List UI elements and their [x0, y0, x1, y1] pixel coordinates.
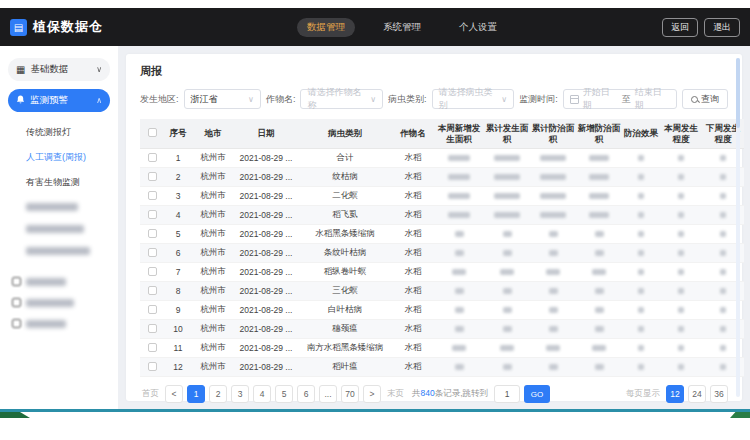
- select-all-checkbox[interactable]: [148, 128, 157, 137]
- pest-filter-label: 病虫类别:: [388, 93, 427, 106]
- sidebar-subitem-redacted[interactable]: [8, 239, 110, 261]
- page-size-36[interactable]: 36: [710, 385, 728, 403]
- cell-no: 7: [164, 263, 192, 282]
- page-size-12[interactable]: 12: [666, 385, 684, 403]
- redacted-number: [720, 193, 726, 199]
- cell-value-redacted: [434, 149, 484, 168]
- cell-value-redacted: [434, 225, 484, 244]
- back-button[interactable]: 返回: [662, 18, 698, 37]
- redacted-number: [638, 193, 644, 199]
- cell-value-redacted: [622, 263, 660, 282]
- region-select[interactable]: 浙江省 ∨: [184, 89, 261, 109]
- row-select-cell: [140, 320, 164, 339]
- top-actions: 返回 退出: [662, 18, 740, 37]
- row-select-cell: [140, 301, 164, 320]
- top-tab-数据管理[interactable]: 数据管理: [297, 18, 355, 37]
- crop-select[interactable]: 请选择作物名称 ∨: [300, 89, 383, 109]
- cell-no: 3: [164, 187, 192, 206]
- row-checkbox[interactable]: [148, 172, 157, 181]
- app-logo: ▤ 植保数据仓: [10, 18, 103, 36]
- search-button[interactable]: 查询: [682, 89, 728, 109]
- pagination-first[interactable]: 首页: [142, 388, 159, 400]
- redacted-number: [720, 269, 726, 275]
- app-logo-icon: ▤: [10, 19, 27, 36]
- row-select-cell: [140, 187, 164, 206]
- table-row: 4杭州市2021-08-29 ...稻飞虱水稻: [140, 206, 744, 225]
- crop-filter-label: 作物名:: [266, 93, 296, 106]
- sidebar-item-basic-data[interactable]: ▦ 基础数据 ∨: [8, 58, 110, 81]
- pagination-page-...[interactable]: ...: [319, 385, 337, 403]
- redacted-number: [592, 269, 606, 275]
- scrollbar-thumb[interactable]: [736, 58, 740, 128]
- pagination-prev-button[interactable]: <: [165, 385, 183, 403]
- sidebar-subitem[interactable]: 有害生物监测: [8, 170, 110, 195]
- sidebar-subitem-redacted[interactable]: [8, 195, 110, 217]
- pagination-page-4[interactable]: 4: [253, 385, 271, 403]
- region-filter-label: 发生地区:: [140, 93, 179, 106]
- sidebar-subitem[interactable]: 传统测报灯: [8, 120, 110, 145]
- row-checkbox[interactable]: [148, 343, 157, 352]
- cell-city: 杭州市: [192, 149, 234, 168]
- sidebar-item-redacted[interactable]: [8, 313, 110, 334]
- row-checkbox[interactable]: [148, 267, 157, 276]
- sidebar-item-monitor-warning[interactable]: 监测预警 ∧: [8, 89, 110, 112]
- redacted-text: [26, 278, 66, 286]
- sidebar-subitem-redacted[interactable]: [8, 217, 110, 239]
- cell-pest: 纹枯病: [298, 168, 392, 187]
- row-checkbox[interactable]: [148, 324, 157, 333]
- page-size-24[interactable]: 24: [688, 385, 706, 403]
- pagination-page-5[interactable]: 5: [275, 385, 293, 403]
- cell-value-redacted: [530, 225, 576, 244]
- pagination-last[interactable]: 末页: [387, 388, 404, 400]
- row-checkbox[interactable]: [148, 210, 157, 219]
- redacted-number: [678, 307, 684, 313]
- row-checkbox[interactable]: [148, 153, 157, 162]
- top-tab-系统管理[interactable]: 系统管理: [373, 18, 431, 37]
- redacted-text: [26, 299, 74, 307]
- redacted-number: [638, 326, 644, 332]
- sidebar-item-redacted[interactable]: [8, 271, 110, 292]
- redacted-number: [549, 288, 558, 294]
- page-jump-input[interactable]: [494, 385, 520, 403]
- redacted-number: [540, 155, 566, 161]
- chevron-down-icon: ∨: [248, 95, 254, 104]
- redacted-number: [720, 326, 726, 332]
- row-checkbox[interactable]: [148, 229, 157, 238]
- redacted-number: [720, 364, 726, 370]
- pagination-page-70[interactable]: 70: [341, 385, 359, 403]
- pagination-next-button[interactable]: >: [363, 385, 381, 403]
- row-checkbox[interactable]: [148, 248, 157, 257]
- cell-value-redacted: [530, 187, 576, 206]
- row-checkbox[interactable]: [148, 305, 157, 314]
- pagination-page-1[interactable]: 1: [187, 385, 205, 403]
- pagination-page-6[interactable]: 6: [297, 385, 315, 403]
- table-row: 8杭州市2021-08-29 ...三化螟水稻: [140, 282, 744, 301]
- cell-value-redacted: [660, 244, 702, 263]
- pagination-page-3[interactable]: 3: [231, 385, 249, 403]
- scrollbar[interactable]: [736, 58, 740, 397]
- redacted-number: [455, 364, 464, 370]
- redacted-number: [494, 193, 520, 199]
- row-checkbox[interactable]: [148, 286, 157, 295]
- cell-value-redacted: [622, 339, 660, 358]
- sidebar-subitem[interactable]: 人工调查(周报): [8, 145, 110, 170]
- table-header-row: 序号地市日期病虫类别作物名本周新增发生面积累计发生面积累计防治面积新增防治面积防…: [140, 119, 744, 149]
- chevron-down-icon: ∨: [96, 65, 102, 74]
- column-header-本周发生程度: 本周发生程度: [660, 119, 702, 149]
- chevron-down-icon: ∨: [501, 95, 507, 104]
- logout-button[interactable]: 退出: [704, 18, 740, 37]
- sidebar-item-redacted[interactable]: [8, 292, 110, 313]
- cell-value-redacted: [434, 301, 484, 320]
- pagination-page-2[interactable]: 2: [209, 385, 227, 403]
- top-tab-个人设置[interactable]: 个人设置: [449, 18, 507, 37]
- pest-select[interactable]: 请选择病虫类别 ∨: [432, 89, 515, 109]
- sidebar-bottom-menu: [8, 271, 110, 334]
- row-checkbox[interactable]: [148, 362, 157, 371]
- row-checkbox[interactable]: [148, 191, 157, 200]
- cell-value-redacted: [530, 244, 576, 263]
- cell-value-redacted: [530, 206, 576, 225]
- cell-crop: 水稻: [392, 320, 434, 339]
- pagination-pages: 123456...70: [187, 385, 359, 403]
- date-range-picker[interactable]: 开始日期 至 结束日期: [563, 89, 677, 109]
- page-jump-go-button[interactable]: GO: [524, 385, 550, 403]
